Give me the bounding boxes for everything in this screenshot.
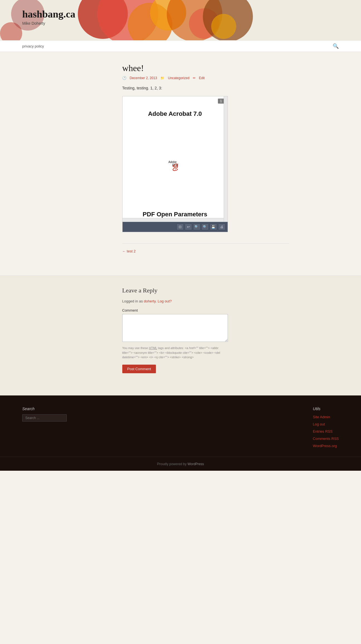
svg-point-2 bbox=[173, 165, 175, 167]
list-item: WordPress.org bbox=[313, 443, 339, 448]
pdf-save-btn[interactable]: 💾 bbox=[210, 224, 217, 230]
logged-in-text: Logged in as doherty. Log out? bbox=[122, 299, 289, 303]
privacy-policy-link[interactable]: privacy policy bbox=[22, 44, 44, 48]
adobe-pdf-icon: Adobe PDF bbox=[167, 156, 183, 172]
pdf-subtitle: PDF Open Parameters bbox=[143, 211, 207, 218]
logout-link[interactable]: Log out? bbox=[158, 299, 172, 303]
footer-links-list: Site Admin Log out Entries RSS Comments … bbox=[313, 414, 339, 448]
comment-label: Comment bbox=[122, 308, 289, 312]
comment-inner: Leave a Reply Logged in as doherty. Log … bbox=[67, 287, 295, 395]
footer-utils-title: Utils bbox=[313, 407, 339, 411]
post-title: whee! bbox=[122, 63, 289, 73]
post-category[interactable]: Uncategorized bbox=[168, 76, 189, 80]
site-header: hashbang.ca Mike Doherty bbox=[0, 0, 361, 40]
logged-in-user-link[interactable]: doherty bbox=[144, 299, 156, 303]
comments-rss-link[interactable]: Comments RSS bbox=[313, 437, 339, 441]
pdf-fit-btn[interactable]: ⊡ bbox=[176, 224, 184, 230]
site-title-area: hashbang.ca Mike Doherty bbox=[22, 8, 75, 26]
log-out-link[interactable]: Log out bbox=[313, 422, 325, 426]
leave-reply-title: Leave a Reply bbox=[122, 287, 289, 294]
footer-utils-section: Utils Site Admin Log out Entries RSS Com… bbox=[313, 407, 339, 448]
post-navigation: ← test 2 bbox=[122, 243, 289, 259]
list-item: Log out bbox=[313, 422, 339, 427]
post-edit-icon: ✏ bbox=[193, 76, 196, 80]
pdf-zoom-out-btn[interactable]: 🔍 bbox=[201, 224, 209, 230]
search-icon[interactable]: 🔍 bbox=[333, 43, 339, 49]
pdf-logo-area: Adobe PDF bbox=[167, 156, 183, 172]
pdf-page-btn[interactable]: ↩ bbox=[185, 224, 192, 230]
footer-search-title: Search bbox=[22, 407, 67, 411]
site-admin-link[interactable]: Site Admin bbox=[313, 415, 330, 419]
pdf-page-badge: 1 bbox=[218, 99, 224, 104]
nav-bar: privacy policy 🔍 bbox=[0, 40, 361, 52]
pdf-scrollbar-vertical[interactable] bbox=[224, 96, 228, 222]
wordpress-org-link[interactable]: WordPress.org bbox=[313, 444, 337, 448]
html-tags-note: You may use these HTML tags and attribut… bbox=[122, 346, 228, 360]
site-title: hashbang.ca bbox=[22, 8, 75, 20]
post-comment-button[interactable]: Post Comment bbox=[122, 365, 156, 373]
wordpress-link[interactable]: WordPress bbox=[188, 462, 204, 466]
dark-footer: Search Utils Site Admin Log out Entries … bbox=[0, 395, 361, 471]
pdf-zoom-in-btn[interactable]: 🔍 bbox=[193, 224, 200, 230]
footer-bottom: Proudly powered by WordPress bbox=[0, 457, 361, 471]
list-item: Site Admin bbox=[313, 414, 339, 419]
pdf-main-title: Adobe Acrobat 7.0 bbox=[148, 110, 202, 117]
post-edit-link[interactable]: Edit bbox=[199, 76, 205, 80]
post-meta: 🕐 December 2, 2013 📁 Uncategorized ✏ Edi… bbox=[122, 76, 289, 80]
site-tagline: Mike Doherty bbox=[22, 21, 75, 26]
entries-rss-link[interactable]: Entries RSS bbox=[313, 429, 333, 433]
post-category-icon: 📁 bbox=[160, 76, 165, 80]
footer-search-input[interactable] bbox=[22, 414, 67, 422]
pdf-toolbar: ⊡ ↩ 🔍 🔍 💾 🖨 bbox=[123, 222, 228, 232]
list-item: Entries RSS bbox=[313, 429, 339, 434]
prev-post-link[interactable]: ← test 2 bbox=[122, 249, 136, 253]
post-date[interactable]: December 2, 2013 bbox=[130, 76, 157, 80]
pdf-scrollbar-horizontal[interactable] bbox=[123, 218, 224, 222]
footer-search-section: Search bbox=[22, 407, 67, 422]
pdf-content: Adobe Acrobat 7.0 Adobe PDF PDF Open Par… bbox=[123, 96, 228, 221]
post-intro: Testing, testing. 1, 2, 3: bbox=[122, 85, 289, 91]
comment-textarea[interactable] bbox=[122, 314, 228, 342]
pdf-print-btn[interactable]: 🖨 bbox=[218, 224, 225, 230]
powered-by-text: Proudly powered by WordPress bbox=[157, 462, 204, 466]
pdf-embed: 1 Adobe Acrobat 7.0 Adobe PDF PDF Open P… bbox=[122, 96, 228, 232]
main-content: whee! 🕐 December 2, 2013 📁 Uncategorized… bbox=[67, 52, 295, 275]
comment-section: Leave a Reply Logged in as doherty. Log … bbox=[0, 275, 361, 395]
list-item: Comments RSS bbox=[313, 436, 339, 441]
post-date-icon: 🕐 bbox=[122, 76, 126, 80]
